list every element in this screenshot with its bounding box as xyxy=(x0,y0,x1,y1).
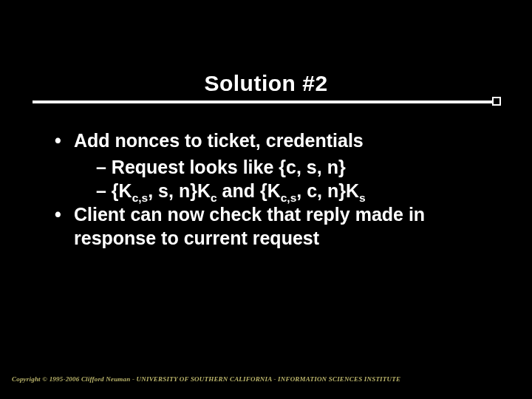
slide-body: Add nonces to ticket, credentials – Requ… xyxy=(74,129,480,250)
title-rule xyxy=(33,100,499,103)
rule-line xyxy=(33,100,499,103)
b1b-p4: , c, n}K xyxy=(296,180,359,201)
bullet-2-text: Client can now check that reply made in … xyxy=(74,204,425,248)
b1b-p1: – {K xyxy=(96,180,132,201)
bullet-1: Add nonces to ticket, credentials xyxy=(74,129,480,152)
bullet-1b: – {Kc,s, s, n}Kc and {Kc,s, c, n}Ks xyxy=(96,179,480,202)
bullet-2: Client can now check that reply made in … xyxy=(74,202,480,250)
b1b-p3: and {K xyxy=(217,180,281,201)
bullet-1-text: Add nonces to ticket, credentials xyxy=(74,130,364,151)
rule-endcap-icon xyxy=(492,97,501,106)
copyright-footer: Copyright © 1995-2006 Clifford Neuman - … xyxy=(12,375,400,383)
bullet-1a-text: – Request looks like {c, s, n} xyxy=(96,155,346,179)
bullet-1a: – Request looks like {c, s, n} xyxy=(96,155,480,179)
b1b-p2: , s, n}K xyxy=(148,180,211,201)
slide: Solution #2 Add nonces to ticket, creden… xyxy=(0,0,532,399)
slide-title: Solution #2 xyxy=(0,0,532,96)
